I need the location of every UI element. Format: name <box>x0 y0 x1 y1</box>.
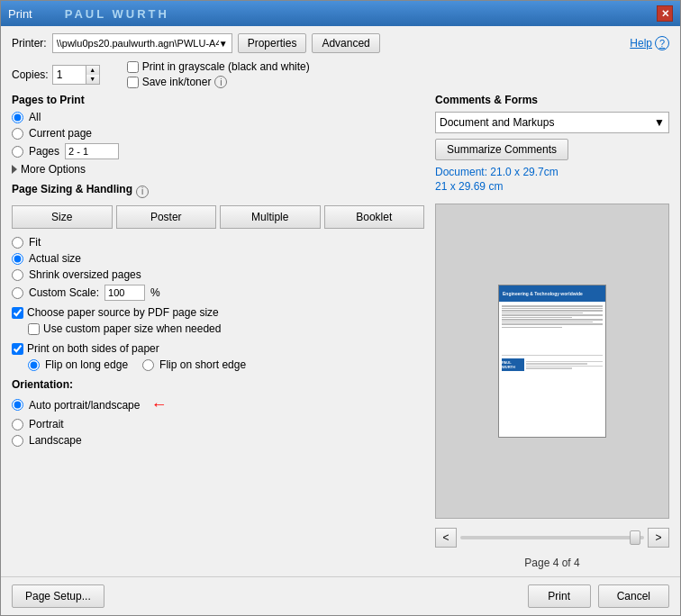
print-button[interactable]: Print <box>528 584 591 608</box>
copies-section: Copies: ▲ ▼ <box>12 65 100 85</box>
flip-long-label: Flip on long edge <box>45 358 128 371</box>
preview-header-text: Engineering & Technology worldwide <box>503 291 583 296</box>
page-slider-thumb[interactable] <box>630 530 640 545</box>
flip-short-row: Flip on short edge <box>142 358 246 371</box>
preview-logo-section: PAUL WURTH <box>502 355 603 371</box>
comments-dropdown-arrow: ▼ <box>654 116 665 129</box>
preview-line-9 <box>502 323 603 325</box>
preview-text-right <box>526 360 603 370</box>
preview-logo-box: PAUL WURTH <box>502 358 524 371</box>
flip-short-label: Flip on short edge <box>159 358 246 371</box>
preview-header: Engineering & Technology worldwide <box>499 285 605 302</box>
flip-short-radio[interactable] <box>142 359 154 371</box>
help-icon: ? <box>655 36 669 50</box>
preview-line-2 <box>502 308 603 310</box>
fit-radio[interactable] <box>12 237 23 249</box>
grayscale-section: Print in grayscale (black and white) Sav… <box>127 60 310 88</box>
preview-line-1 <box>502 305 603 307</box>
booklet-button[interactable]: Booklet <box>324 205 425 229</box>
custom-scale-input[interactable] <box>104 285 145 301</box>
help-link[interactable]: Help ? <box>630 36 669 50</box>
save-ink-checkbox[interactable] <box>127 77 139 88</box>
preview-line-4 <box>502 313 583 314</box>
page-slider[interactable] <box>460 536 644 539</box>
arrow-annotation: ← <box>150 395 167 414</box>
portrait-radio-row: Portrait <box>12 418 424 430</box>
portrait-radio[interactable] <box>12 419 23 430</box>
sizing-buttons: Size Poster Multiple Booklet <box>12 205 424 229</box>
pages-title: Pages to Print <box>12 94 424 106</box>
print-dialog: Print PAUL WURTH ✕ Printer: \\pwlu0ps20.… <box>0 0 681 616</box>
copies-label: Copies: <box>12 68 49 81</box>
more-options-row[interactable]: More Options <box>12 163 424 176</box>
multiple-button[interactable]: Multiple <box>220 205 321 229</box>
flip-long-row: Flip on long edge <box>28 358 128 371</box>
prev-page-button[interactable]: < <box>435 528 457 548</box>
preview-r-line-4 <box>526 367 572 369</box>
title-bar: Print PAUL WURTH ✕ <box>1 1 680 26</box>
actual-size-radio-row: Actual size <box>12 252 424 265</box>
preview-r-line-2 <box>526 363 587 365</box>
document-size2: 21 x 29.69 cm <box>435 180 669 193</box>
dialog-title: Print <box>8 7 32 21</box>
poster-button[interactable]: Poster <box>116 205 217 229</box>
comments-title: Comments & Forms <box>435 94 669 106</box>
summarize-button[interactable]: Summarize Comments <box>435 139 568 160</box>
orientation-title: Orientation: <box>12 378 424 391</box>
landscape-label: Landscape <box>29 434 82 447</box>
choose-paper-checkbox[interactable] <box>12 307 23 319</box>
bottom-right-buttons: Print Cancel <box>528 584 669 608</box>
both-sides-checkbox[interactable] <box>12 343 23 355</box>
copies-input[interactable] <box>53 66 86 84</box>
sizing-title: Page Sizing & Handling <box>12 183 132 195</box>
custom-paper-checkbox[interactable] <box>28 323 40 335</box>
copies-down-button[interactable]: ▼ <box>86 75 99 84</box>
all-radio-row: All <box>12 111 424 123</box>
grayscale-label: Print in grayscale (black and white) <box>142 60 310 73</box>
preview-area: Engineering & Technology worldwide <box>435 204 669 519</box>
main-panels: Pages to Print All Current page Pages <box>12 94 669 569</box>
pages-input[interactable] <box>65 143 119 159</box>
landscape-radio[interactable] <box>12 435 23 447</box>
cancel-button[interactable]: Cancel <box>598 584 669 608</box>
preview-line-3 <box>502 310 603 312</box>
pages-radio[interactable] <box>12 146 23 158</box>
actual-size-label: Actual size <box>29 252 81 265</box>
printer-select[interactable]: \\pwlu0ps20.paulwurth.agn\PWLU-A4-Dup ▼ <box>52 33 232 53</box>
preview-page: Engineering & Technology worldwide <box>498 285 606 438</box>
more-options-label: More Options <box>21 163 86 176</box>
grayscale-checkbox[interactable] <box>127 61 139 73</box>
comments-dropdown[interactable]: Document and Markups ▼ <box>435 112 669 133</box>
page-setup-button[interactable]: Page Setup... <box>12 584 104 608</box>
close-button[interactable]: ✕ <box>657 5 673 22</box>
actual-size-radio[interactable] <box>12 253 23 265</box>
flip-long-radio[interactable] <box>28 359 40 371</box>
custom-scale-radio[interactable] <box>12 287 23 299</box>
next-page-button[interactable]: > <box>648 528 669 548</box>
properties-button[interactable]: Properties <box>238 33 307 53</box>
left-panel: Pages to Print All Current page Pages <box>12 94 424 569</box>
more-options-triangle-icon <box>12 165 17 174</box>
auto-radio[interactable] <box>12 399 23 411</box>
scale-unit: % <box>150 286 160 299</box>
choose-paper-label: Choose paper source by PDF page size <box>27 306 219 319</box>
current-page-radio[interactable] <box>12 128 23 140</box>
preview-line-7 <box>502 319 603 321</box>
size-button[interactable]: Size <box>12 205 113 229</box>
shrink-radio[interactable] <box>12 269 23 281</box>
auto-label: Auto portrait/landscape <box>29 399 140 412</box>
all-radio[interactable] <box>12 112 23 123</box>
printer-label: Printer: <box>12 37 47 50</box>
custom-paper-row: Use custom paper size when needed <box>28 322 424 335</box>
flip-options: Flip on long edge Flip on short edge <box>28 358 424 371</box>
sizing-title-row: Page Sizing & Handling i <box>12 183 424 200</box>
pages-label: Pages <box>29 145 59 158</box>
printer-dropdown-arrow: ▼ <box>219 39 228 49</box>
both-sides-row: Print on both sides of paper <box>12 342 424 355</box>
current-page-label: Current page <box>29 127 92 140</box>
copies-up-button[interactable]: ▲ <box>86 66 99 75</box>
preview-content: PAUL WURTH <box>499 302 605 374</box>
grayscale-row: Print in grayscale (black and white) <box>127 60 310 73</box>
advanced-button[interactable]: Advanced <box>312 33 379 53</box>
page-label: Page 4 of 4 <box>435 557 669 569</box>
